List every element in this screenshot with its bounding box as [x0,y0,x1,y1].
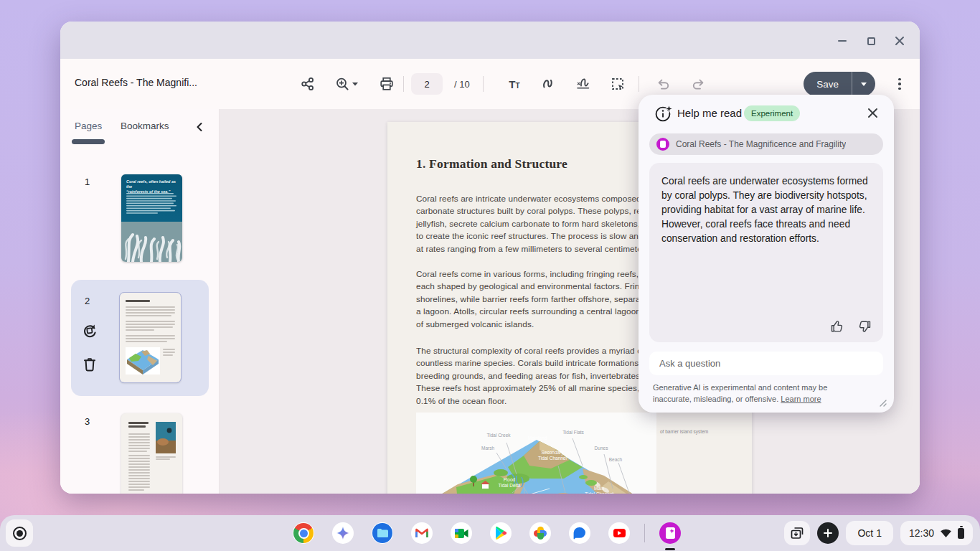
photos-icon [534,527,547,540]
document-title: Coral Reefs - The Magnifi... [75,77,225,88]
app-gallery-active[interactable] [659,522,681,544]
label-beach: Beach [601,457,630,463]
page-3-number: 3 [85,416,90,427]
save-dropdown-button[interactable] [852,72,875,96]
app-gmail[interactable] [411,522,433,544]
close-icon [867,108,878,118]
page-number-field[interactable]: 2 [411,73,443,95]
page-2-thumbnail[interactable] [120,293,181,382]
zoom-menu-button[interactable] [330,72,364,96]
share-icon [301,77,315,91]
messages-icon [573,527,586,540]
play-store-icon [495,527,507,540]
label-main-tidal-channel: Main Tidal Channel [578,486,620,494]
page-1-thumbnail[interactable]: Coral reefs, often hailed as the “rainfo… [121,174,182,262]
battery-icon [958,528,964,539]
thumbs-up-icon [830,319,844,334]
print-icon [380,77,394,91]
learn-more-link[interactable]: Learn more [781,395,821,403]
resize-handle[interactable] [878,398,887,407]
app-gemini[interactable] [332,522,354,544]
share-button[interactable] [296,72,320,96]
app-chrome[interactable] [293,522,314,544]
minimize-button[interactable] [837,35,848,47]
wifi-icon [940,528,952,538]
print-button[interactable] [374,72,399,96]
launcher-icon [13,527,27,540]
screen-capture-tray-button[interactable] [784,521,810,545]
gmail-icon [415,528,428,538]
signature-button[interactable] [571,72,595,96]
text-annotation-button[interactable]: TT [502,72,527,96]
meet-icon [455,528,468,539]
time-label: 12:30 [909,527,934,539]
youtube-icon [613,529,626,538]
document-chip-label: Coral Reefs - The Magnificence and Fragi… [676,139,846,149]
section-heading: 1. Formation and Structure [416,156,567,171]
app-photos[interactable] [529,522,551,544]
toolbar-divider [639,76,639,92]
panel-title: Help me read [677,107,742,119]
quick-add-button[interactable] [817,522,839,544]
collapse-sidebar-button[interactable] [192,119,207,135]
tab-pages-active-indicator [72,139,105,144]
page-2-diagram-preview [126,347,160,375]
close-icon [895,36,905,46]
app-play-store[interactable] [490,522,512,544]
ai-disclaimer: Generative AI is experimental and conten… [653,382,868,405]
date-pill[interactable]: Oct 1 [846,521,892,545]
window-titlebar [60,22,920,59]
save-split-button: Save [804,72,875,96]
thumbs-up-button[interactable] [829,318,846,335]
tab-bookmarks[interactable]: Bookmarks [121,121,169,131]
page-2-selected-card: 2 [71,280,209,396]
redo-button[interactable] [687,72,711,96]
date-label: Oct 1 [857,527,881,539]
toolbar-divider [403,76,404,92]
tab-pages[interactable]: Pages [75,121,102,131]
save-button[interactable]: Save [804,72,852,96]
help-me-read-panel: Help me read Experiment Coral Reefs - Th… [639,95,894,413]
files-icon [372,523,392,543]
app-files[interactable] [372,522,393,544]
delete-page-button[interactable] [82,357,98,372]
close-window-button[interactable] [894,35,905,47]
select-area-button[interactable] [606,72,630,96]
chevron-left-icon [194,122,204,132]
label-tidal-flats: Tidal Flats [554,430,593,435]
page-current: 2 [424,79,429,90]
draw-annotation-button[interactable] [537,72,561,96]
page-1-number: 1 [85,176,90,187]
close-panel-button[interactable] [865,105,880,120]
launcher-button[interactable] [6,519,33,547]
page-1-cover-body [126,193,177,222]
undo-button[interactable] [651,72,675,96]
chrome-icon [293,523,314,543]
experiment-badge: Experiment [744,105,800,121]
rotate-page-button[interactable] [82,323,98,339]
plus-icon [824,529,832,537]
rotate-icon [82,323,98,339]
thumbs-down-button[interactable] [856,318,873,335]
ask-question-input[interactable] [649,352,883,375]
page-3-thumbnail[interactable] [121,413,182,494]
ink-pen-icon [542,77,556,91]
trash-icon [83,357,97,372]
gemini-icon [336,527,349,540]
status-tray[interactable]: 12:30 [900,521,973,545]
redo-icon [692,77,706,91]
app-messages[interactable] [569,522,590,544]
app-meet[interactable] [451,522,472,544]
app-youtube[interactable] [608,522,630,544]
text-tool-icon: TT [509,78,519,90]
sidebar: Pages Bookmarks 1 Coral reefs, [60,109,220,494]
more-options-button[interactable] [892,76,907,92]
sidebar-tabs: Pages Bookmarks [60,109,219,146]
document-chip[interactable]: Coral Reefs - The Magnificence and Fragi… [649,133,883,155]
signature-icon [575,77,591,91]
maximize-icon [867,37,875,45]
active-app-indicator [665,548,675,550]
maximize-button[interactable] [865,35,877,47]
summary-card: Coral reefs are underwater ecosystems fo… [649,163,883,342]
figure-caption-fragment: of barrier island system [660,429,746,434]
